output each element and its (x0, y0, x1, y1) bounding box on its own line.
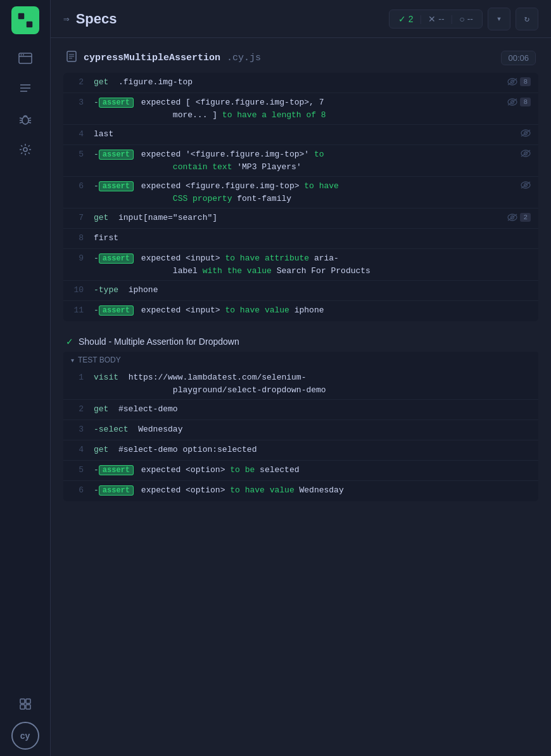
line-icons: 2 (507, 212, 531, 222)
line-text: get input[name="search"] (94, 212, 497, 224)
line-number: 3 (71, 96, 84, 107)
settings-icon[interactable] (13, 137, 38, 162)
code-line-6: 6 -assert expected <figure.figure.img-to… (63, 177, 538, 208)
line-number: 2 (71, 403, 84, 414)
code-line-10: 10 -type iphone (63, 281, 538, 301)
header-left: ⇒ Specs (63, 11, 117, 27)
line-number: 8 (71, 232, 84, 243)
line-text: -assert expected <option> to be selected (94, 464, 521, 477)
svg-rect-21 (20, 699, 25, 703)
dropdown-button[interactable]: ▾ (488, 8, 510, 30)
line-number: 6 (71, 180, 84, 191)
line-icons (521, 148, 531, 157)
header: ⇒ Specs ✓ 2 | ✕ -- | ○ -- ▾ (51, 0, 551, 38)
line-number: 2 (71, 76, 84, 87)
svg-point-20 (23, 148, 27, 151)
svg-line-15 (28, 118, 31, 119)
svg-rect-1 (26, 13, 33, 20)
file-duration: 00:06 (501, 51, 536, 65)
cy-logo[interactable]: cy (11, 722, 39, 750)
section-title: Should - Multiple Assertion for Dropdown (79, 336, 239, 347)
second-section-header: ✓ Should - Multiple Assertion for Dropdo… (63, 331, 538, 352)
line-number: 9 (71, 252, 84, 263)
line-text: visit https://www.lambdatest.com/seleniu… (94, 371, 521, 396)
test-body-header[interactable]: ▾ TEST BODY (63, 352, 538, 368)
line-text: -type iphone (94, 284, 521, 297)
pass-check-icon: ✓ (398, 14, 406, 24)
badge: 8 (520, 77, 531, 86)
pending-stat: ○ -- (459, 14, 473, 24)
code-line-8: 8 first (63, 229, 538, 249)
svg-rect-3 (26, 21, 33, 28)
line-text: last (94, 128, 510, 141)
sidebar-bottom: cy (11, 691, 39, 750)
line-number: 7 (71, 212, 84, 222)
stat-separator-1: | (420, 14, 422, 24)
list-icon[interactable] (13, 76, 38, 101)
line-number: 10 (71, 284, 84, 295)
code-line-4: 4 last (63, 125, 538, 145)
file-header: cypressMultipleAssertion.cy.js 00:06 (63, 51, 538, 65)
line-number: 1 (71, 371, 84, 382)
svg-line-19 (28, 122, 31, 123)
header-controls: ✓ 2 | ✕ -- | ○ -- ▾ ↻ (389, 8, 538, 30)
page-title: Specs (76, 11, 117, 27)
code-line-11: 11 -assert expected <input> to have valu… (63, 301, 538, 321)
pending-count: -- (467, 14, 473, 24)
code-line-7: 7 get input[name="search"] 2 (63, 208, 538, 229)
shortcut-icon[interactable] (13, 691, 38, 717)
browser-icon[interactable] (13, 46, 38, 71)
file-icon (66, 51, 77, 65)
code-line-3: 3 -assert expected [ <figure.figure.img-… (63, 93, 538, 125)
content-area: cypressMultipleAssertion.cy.js 00:06 2 g… (51, 38, 551, 756)
app-logo[interactable] (11, 6, 39, 34)
line-number: 5 (71, 148, 84, 159)
file-extension: .cy.js (227, 53, 261, 63)
test-body-label: TEST BODY (78, 356, 121, 364)
section-check-icon: ✓ (66, 336, 73, 347)
code-line-s6: 6 -assert expected <option> to have valu… (63, 481, 538, 501)
svg-rect-0 (18, 13, 25, 20)
code-line-s4: 4 get #select-demo option:selected (63, 440, 538, 461)
code-line-s3: 3 -select Wednesday (63, 420, 538, 440)
line-icons (521, 128, 531, 137)
svg-point-7 (23, 54, 24, 56)
first-code-block: 2 get .figure.img-top 8 3 -assert expect… (63, 73, 538, 321)
second-code-block: 1 visit https://www.lambdatest.com/selen… (63, 368, 538, 501)
line-icons: 8 (507, 96, 531, 106)
run-stats: ✓ 2 | ✕ -- | ○ -- (389, 10, 483, 29)
line-text: -assert expected '<figure.figure.img-top… (94, 148, 510, 173)
code-line-2: 2 get .figure.img-top 8 (63, 73, 538, 93)
svg-rect-2 (18, 21, 25, 28)
line-text: -assert expected <figure.figure.img-top>… (94, 180, 510, 205)
line-text: -assert expected <input> to have attribu… (94, 252, 521, 277)
fail-x-icon: ✕ (428, 14, 436, 24)
badge: 8 (520, 98, 531, 106)
svg-line-18 (20, 122, 22, 123)
file-name: cypressMultipleAssertion.cy.js (66, 51, 261, 65)
pass-count: 2 (408, 14, 414, 24)
code-line-s5: 5 -assert expected <option> to be select… (63, 461, 538, 481)
line-text: -select Wednesday (94, 423, 521, 436)
stat-separator-2: | (451, 14, 453, 24)
svg-point-13 (22, 117, 28, 124)
line-number: 11 (71, 304, 84, 315)
code-line-s2: 2 get #select-demo (63, 400, 538, 420)
bug-icon[interactable] (13, 106, 38, 132)
line-number: 4 (71, 444, 84, 454)
file-basename: cypressMultipleAssertion (84, 53, 220, 63)
fail-count: -- (438, 14, 444, 24)
code-line-5: 5 -assert expected '<figure.figure.img-t… (63, 145, 538, 177)
svg-point-6 (20, 54, 22, 56)
back-arrow-icon: ⇒ (63, 13, 70, 25)
line-icons (521, 180, 531, 189)
sidebar: cy (0, 0, 51, 756)
line-number: 3 (71, 423, 84, 434)
refresh-button[interactable]: ↻ (516, 8, 538, 30)
line-text: -assert expected <input> to have value i… (94, 304, 521, 317)
main-panel: ⇒ Specs ✓ 2 | ✕ -- | ○ -- ▾ (51, 0, 551, 756)
line-number: 4 (71, 128, 84, 139)
line-text: get #select-demo option:selected (94, 444, 521, 456)
line-number: 5 (71, 464, 84, 475)
line-number: 6 (71, 484, 84, 495)
